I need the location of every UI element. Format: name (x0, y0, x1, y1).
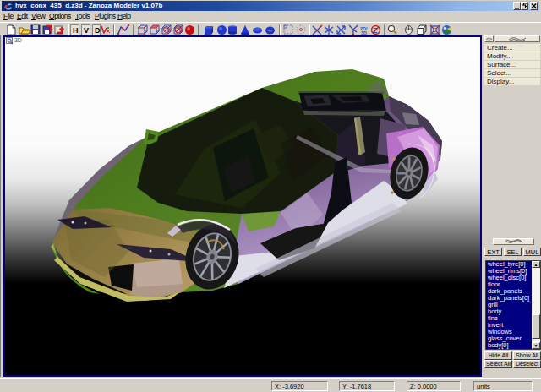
svg-text:H: H (73, 26, 79, 35)
svg-text:V: V (84, 26, 89, 35)
svg-text:D: D (95, 26, 101, 35)
